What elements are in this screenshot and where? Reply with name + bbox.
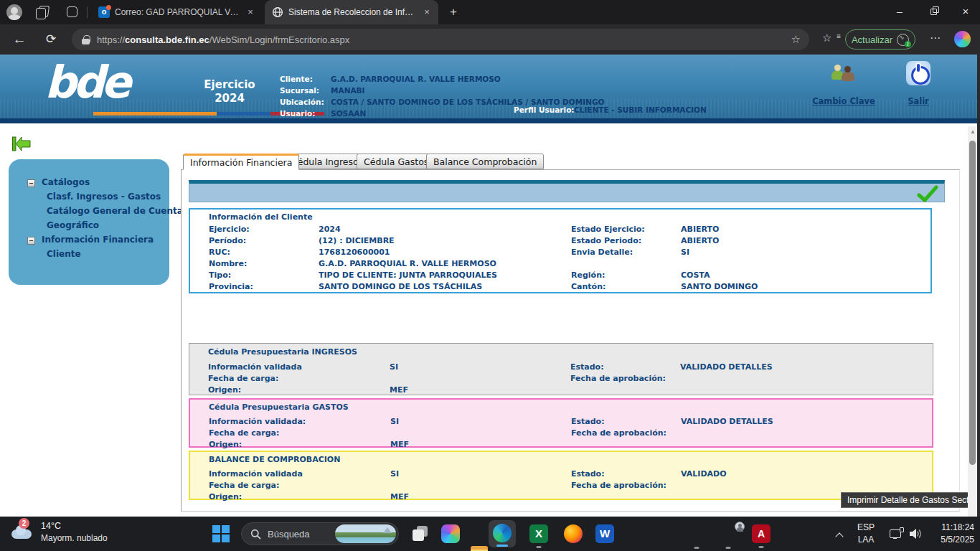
label: Período:	[209, 236, 246, 245]
page-scrollbar-thumb[interactable]	[969, 141, 976, 465]
favorites-bar-icon[interactable]	[822, 32, 838, 47]
field-value: SOSAAN	[331, 109, 366, 118]
speaker-icon[interactable]	[908, 527, 923, 540]
sidebar-item-catalogo-general[interactable]: Catálogo General de Cuentas	[47, 206, 188, 216]
search-highlight-image[interactable]	[335, 524, 396, 543]
label: Fecha de carga:	[208, 374, 278, 383]
tree-collapse-icon[interactable]	[27, 179, 35, 187]
ejercicio-block: Ejercicio 2024	[194, 78, 265, 105]
copilot-taskbar-icon[interactable]	[441, 524, 460, 543]
back-button[interactable]	[10, 30, 29, 49]
label: Estado Periodo:	[571, 236, 641, 245]
screen: Correo: GAD PARROQUIAL VALLE Sistema de …	[0, 0, 980, 551]
value: SI	[681, 248, 689, 257]
section-cedula-gastos: Cédula Presupuestaria GASTOS Información…	[189, 398, 933, 448]
window-edge	[977, 24, 980, 517]
window-minimize-button[interactable]	[884, 0, 915, 24]
actualizar-button[interactable]: Actualizar	[845, 29, 915, 50]
network-icon[interactable]	[890, 527, 904, 540]
tray-date: 5/5/2025	[927, 534, 974, 546]
label: Origen:	[209, 492, 242, 501]
tab-close-icon[interactable]	[421, 6, 433, 18]
sidebar-item-clasf-ingresos-gastos[interactable]: Clasf. Ingresos - Gastos	[47, 192, 161, 202]
word-icon[interactable]	[595, 524, 614, 543]
taskbar-search-box[interactable]: Búsqueda	[241, 522, 399, 545]
titlebar-divider	[87, 6, 88, 18]
label: Fecha de aprobación:	[571, 481, 666, 490]
running-indicator	[759, 546, 764, 548]
sidebar-item-geografico[interactable]: Geográfico	[47, 220, 99, 230]
favorite-star-icon[interactable]	[791, 33, 801, 46]
label: Información validada	[209, 469, 303, 479]
scrollbar-up-arrow-icon[interactable]	[970, 129, 976, 135]
weather-notification-badge: 2	[19, 518, 29, 529]
bde-app-header: bde Ejercicio 2024 Cliente: G.A.D. PARRO…	[0, 55, 977, 123]
cambio-clave-link[interactable]: Cambio Clave	[804, 96, 884, 106]
collapse-menu-arrow-icon[interactable]	[11, 136, 31, 152]
label: Tipo:	[209, 270, 231, 280]
tab-informacion-financiera[interactable]: Información Financiera	[183, 154, 299, 170]
value: ABIERTO	[681, 225, 719, 234]
workspaces-icon[interactable]	[36, 6, 49, 19]
tab-balance-comprobacion[interactable]: Balance Comprobación	[426, 154, 544, 169]
label: Ejercicio:	[209, 225, 250, 234]
action-toolbar	[189, 180, 945, 202]
start-button[interactable]	[212, 525, 230, 542]
running-indicator	[694, 547, 699, 549]
value: ABIERTO	[681, 236, 719, 245]
lock-icon	[82, 35, 90, 44]
tray-time: 11:18:24	[927, 522, 974, 534]
file-explorer-icon[interactable]	[470, 543, 489, 551]
weather-temperature[interactable]: 14°C	[41, 521, 61, 531]
address-bar[interactable]: https://consulta.bde.fin.ec/WebSim/Login…	[72, 29, 809, 50]
excel-icon[interactable]	[529, 524, 548, 543]
section-title: Cédula Presupuestaria INGRESOS	[208, 347, 357, 357]
change-password-icon[interactable]	[831, 63, 857, 83]
copilot-icon[interactable]	[954, 31, 971, 47]
tab-actions-icon[interactable]	[67, 6, 77, 17]
salir-link[interactable]: Salir	[892, 96, 944, 106]
page-content: Catálogos Clasf. Ingresos - Gastos Catál…	[0, 123, 968, 517]
sidebar-item-informacion-financiera[interactable]: Información Financiera	[42, 235, 154, 245]
tray-overflow-chevron-icon[interactable]	[837, 532, 844, 540]
edge-running-indicator	[496, 545, 508, 547]
client-info-box: Información del Cliente Ejercicio: 2024 …	[189, 208, 932, 293]
value: SI	[390, 417, 399, 426]
sidebar-tree-panel: Catálogos Clasf. Ingresos - Gastos Catál…	[9, 159, 169, 285]
main-panel: Información del Cliente Ejercicio: 2024 …	[181, 169, 960, 512]
validated-check-icon[interactable]	[917, 184, 938, 203]
sidebar-item-catalogos[interactable]: Catálogos	[42, 177, 90, 187]
tray-language-indicator[interactable]: ESP LAA	[854, 522, 878, 546]
value: SANTO DOMINGO	[681, 282, 758, 291]
value: TIPO DE CLIENTE: JUNTA PARROQUIALES	[319, 270, 497, 280]
task-view-icon[interactable]	[411, 524, 430, 543]
browser-tab-correo[interactable]: Correo: GAD PARROQUIAL VALLE	[91, 0, 262, 24]
acrobat-icon[interactable]	[752, 524, 771, 543]
tree-collapse-icon[interactable]	[27, 237, 35, 245]
browser-profile-avatar[interactable]	[6, 4, 22, 20]
value: SANTO DOMINGO DE LOS TSÁCHILAS	[319, 282, 482, 291]
label: Región:	[571, 270, 605, 280]
edge-icon[interactable]	[493, 524, 512, 542]
perfil-value: CLIENTE - SUBIR INFORMACION	[574, 105, 707, 114]
refresh-button[interactable]	[42, 30, 60, 49]
window-close-button[interactable]	[950, 0, 980, 24]
bde-logo: bde	[44, 56, 128, 108]
running-indicator	[726, 547, 731, 549]
logout-power-icon[interactable]	[906, 61, 930, 85]
sidebar-item-cliente[interactable]: Cliente	[47, 249, 81, 259]
tab-close-icon[interactable]	[245, 6, 256, 18]
browser-menu-icon[interactable]	[930, 32, 941, 44]
firefox-icon[interactable]	[564, 524, 583, 543]
edge-active-slot[interactable]	[489, 520, 516, 547]
browser-tab-sistema[interactable]: Sistema de Recoleccion de Inform	[265, 0, 438, 24]
tab-title: Sistema de Recoleccion de Inform	[288, 7, 416, 17]
weather-description[interactable]: Mayorm. nublado	[41, 533, 108, 543]
tooltip-imprimir-detalle: Imprimir Detalle de Gastos Sector	[841, 492, 980, 508]
new-tab-button[interactable]	[446, 5, 461, 19]
tray-clock[interactable]: 11:18:24 5/5/2025	[927, 522, 974, 546]
search-placeholder: Búsqueda	[268, 529, 329, 540]
window-restore-button[interactable]	[918, 0, 950, 24]
label: Fecha de aprobación:	[571, 428, 666, 438]
tab-cedula-gastos[interactable]: Cédula Gastos	[357, 154, 435, 169]
